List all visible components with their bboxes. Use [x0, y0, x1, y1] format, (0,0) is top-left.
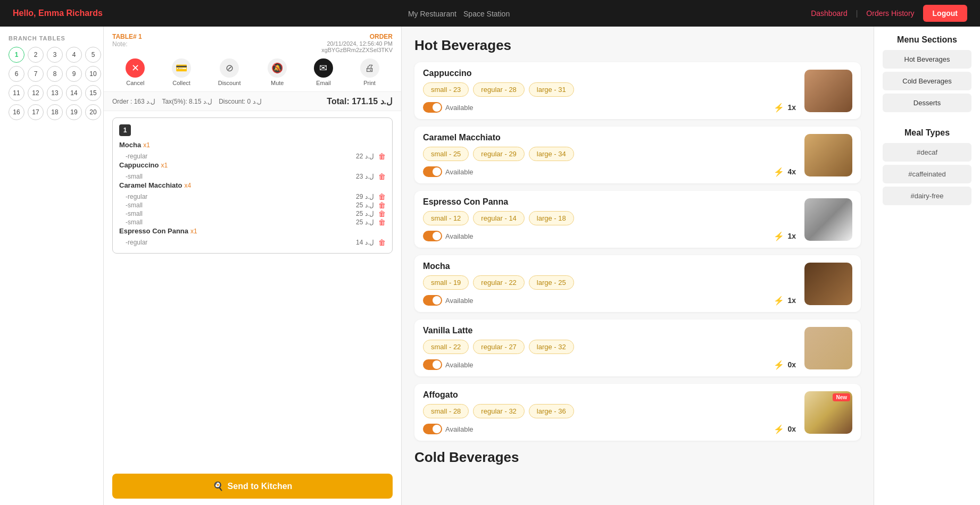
kitchen-icon: 🍳: [213, 481, 223, 491]
kitchen-btn-wrap: 🍳 Send to Kitchen: [104, 467, 401, 505]
menu-item-name: Mocha: [423, 262, 796, 271]
order-header: TABLE# 1 Note: ORDER 20/11/2024, 12:56:4…: [104, 27, 401, 53]
menu-section-button[interactable]: Hot Beverages: [883, 50, 971, 69]
quantity-value: 4x: [787, 167, 796, 176]
table-cell-16[interactable]: 16: [9, 104, 24, 120]
menu-item-info: Espresso Con Panna small - 12regular - 1…: [423, 197, 796, 241]
delete-item-button[interactable]: 🗑: [378, 152, 386, 161]
order-item-detail: -small 23 ل.د 🗑: [119, 172, 386, 181]
availability-toggle[interactable]: [423, 295, 442, 306]
menu-item-row: Mocha small - 19regular - 22large - 25 A…: [414, 255, 861, 312]
table-cell-20[interactable]: 20: [85, 104, 101, 120]
size-button[interactable]: large - 34: [529, 147, 574, 161]
table-cell-15[interactable]: 15: [85, 85, 101, 101]
size-button[interactable]: regular - 29: [473, 147, 524, 161]
collect-button[interactable]: 💳 Collect: [172, 58, 191, 86]
size-button[interactable]: large - 25: [529, 275, 574, 290]
size-button[interactable]: small - 28: [423, 404, 469, 418]
discount-label: Discount: 0 ل.د: [219, 98, 262, 105]
size-button[interactable]: small - 19: [423, 275, 469, 290]
size-button[interactable]: large - 36: [529, 404, 574, 418]
table-cell-5[interactable]: 5: [85, 47, 101, 63]
size-button[interactable]: large - 31: [529, 82, 574, 97]
size-button[interactable]: large - 18: [529, 211, 574, 225]
delete-item-button[interactable]: 🗑: [378, 201, 386, 209]
table-cell-14[interactable]: 14: [66, 85, 82, 101]
menu-item-info: Cappuccino small - 23regular - 28large -…: [423, 69, 796, 113]
menu-sections-title: Menu Sections: [883, 35, 971, 45]
cancel-button[interactable]: ✕ Cancel: [126, 58, 145, 86]
table-cell-1[interactable]: 1: [9, 47, 24, 63]
size-button[interactable]: small - 22: [423, 340, 469, 354]
print-button[interactable]: 🖨 Print: [360, 58, 379, 86]
menu-item-image: [804, 198, 852, 241]
meal-types-title: Meal Types: [883, 128, 971, 138]
cancel-icon: ✕: [126, 58, 145, 78]
orders-history-link[interactable]: Orders History: [866, 9, 914, 18]
menu-item-row: Cappuccino small - 23regular - 28large -…: [414, 62, 861, 119]
menu-item-controls: Available ⚡ 1x: [423, 295, 796, 306]
size-button[interactable]: regular - 14: [473, 211, 524, 225]
table-cell-17[interactable]: 17: [28, 104, 44, 120]
size-button[interactable]: large - 32: [529, 340, 574, 354]
available-label: Available: [445, 425, 474, 433]
email-button[interactable]: ✉ Email: [314, 58, 333, 86]
size-button[interactable]: small - 25: [423, 147, 469, 161]
size-button[interactable]: small - 23: [423, 82, 469, 97]
availability-toggle[interactable]: [423, 359, 442, 370]
availability-toggle[interactable]: [423, 166, 442, 177]
table-cell-7[interactable]: 7: [28, 66, 44, 82]
table-cell-18[interactable]: 18: [47, 104, 63, 120]
table-cell-9[interactable]: 9: [66, 66, 82, 82]
availability-toggle[interactable]: [423, 231, 442, 241]
menu-section-button[interactable]: Cold Beverages: [883, 72, 971, 90]
meal-type-button[interactable]: #decaf: [883, 143, 971, 162]
meal-type-button[interactable]: #caffeinated: [883, 165, 971, 183]
size-button[interactable]: regular - 32: [473, 404, 524, 418]
menu-section-button[interactable]: Desserts: [883, 94, 971, 112]
table-cell-13[interactable]: 13: [47, 85, 63, 101]
quantity-control: ⚡ 4x: [774, 167, 796, 177]
menu-item-sizes: small - 19regular - 22large - 25: [423, 275, 796, 290]
dashboard-link[interactable]: Dashboard: [811, 9, 848, 18]
order-label: ORDER: [321, 33, 393, 40]
delete-item-button[interactable]: 🗑: [378, 218, 386, 226]
menu-item-image: [804, 327, 852, 369]
order-item: Caramel Macchiatox4: [119, 181, 386, 189]
table-cell-8[interactable]: 8: [47, 66, 63, 82]
delete-item-button[interactable]: 🗑: [378, 172, 386, 181]
menu-item-sizes: small - 28regular - 32large - 36: [423, 404, 796, 418]
menu-item-image: [804, 263, 852, 305]
action-bar: ✕ Cancel 💳 Collect ⊘ Discount 🔕 Mute ✉ E…: [104, 53, 401, 92]
size-button[interactable]: regular - 22: [473, 275, 524, 290]
size-button[interactable]: regular - 27: [473, 340, 524, 354]
availability-toggle[interactable]: [423, 424, 442, 434]
table-cell-4[interactable]: 4: [66, 47, 82, 63]
table-cell-11[interactable]: 11: [9, 85, 24, 101]
table-cell-12[interactable]: 12: [28, 85, 44, 101]
table-cell-19[interactable]: 19: [66, 104, 82, 120]
menu-item-info: Mocha small - 19regular - 22large - 25 A…: [423, 262, 796, 306]
delete-item-button[interactable]: 🗑: [378, 209, 386, 218]
table-cell-3[interactable]: 3: [47, 47, 63, 63]
cold-beverages-title: Cold Beverages: [414, 449, 861, 466]
send-to-kitchen-button[interactable]: 🍳 Send to Kitchen: [112, 474, 393, 499]
table-cell-10[interactable]: 10: [85, 66, 101, 82]
size-button[interactable]: regular - 28: [473, 82, 524, 97]
menu-item-image: [804, 134, 852, 176]
delete-item-button[interactable]: 🗑: [378, 192, 386, 201]
mute-button[interactable]: 🔕 Mute: [268, 58, 287, 86]
logout-button[interactable]: Logout: [923, 5, 967, 22]
menu-item-row: Vanilla Latte small - 22regular - 27larg…: [414, 319, 861, 376]
size-button[interactable]: small - 12: [423, 211, 469, 225]
quantity-control: ⚡ 1x: [774, 103, 796, 113]
quantity-control: ⚡ 1x: [774, 231, 796, 241]
meal-type-button[interactable]: #dairy-free: [883, 187, 971, 205]
discount-button[interactable]: ⊘ Discount: [218, 58, 241, 86]
main-layout: BRANCH TABLES 12345678910111213141516171…: [0, 27, 980, 505]
availability-toggle[interactable]: [423, 102, 442, 113]
delete-item-button[interactable]: 🗑: [378, 238, 386, 247]
quantity-value: 1x: [787, 296, 796, 305]
table-cell-6[interactable]: 6: [9, 66, 24, 82]
table-cell-2[interactable]: 2: [28, 47, 44, 63]
